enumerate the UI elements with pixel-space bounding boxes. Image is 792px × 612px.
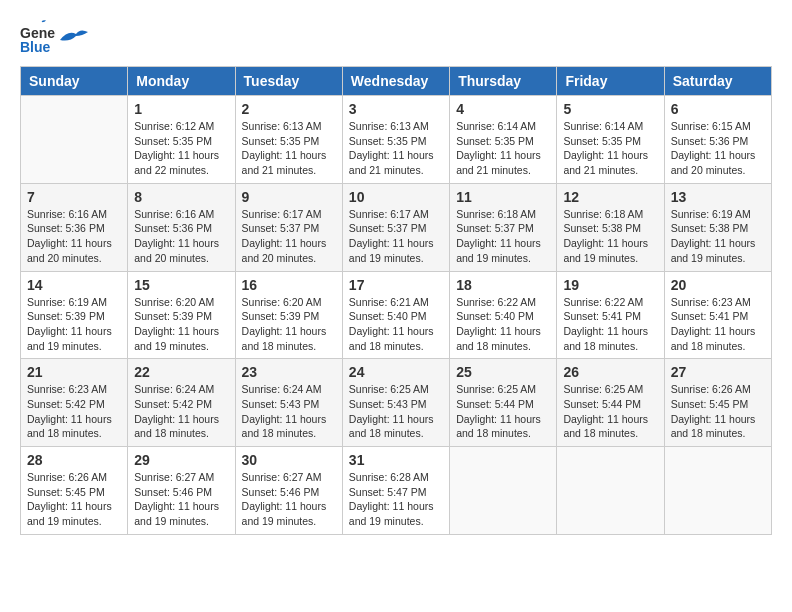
day-number: 8 bbox=[134, 189, 228, 205]
day-content: Sunrise: 6:17 AM Sunset: 5:37 PM Dayligh… bbox=[349, 207, 443, 266]
logo-bird-icon bbox=[60, 28, 88, 44]
day-number: 15 bbox=[134, 277, 228, 293]
calendar-week-row: 21Sunrise: 6:23 AM Sunset: 5:42 PM Dayli… bbox=[21, 359, 772, 447]
day-number: 28 bbox=[27, 452, 121, 468]
day-number: 13 bbox=[671, 189, 765, 205]
calendar-cell: 25Sunrise: 6:25 AM Sunset: 5:44 PM Dayli… bbox=[450, 359, 557, 447]
calendar-cell: 12Sunrise: 6:18 AM Sunset: 5:38 PM Dayli… bbox=[557, 183, 664, 271]
calendar-cell: 6Sunrise: 6:15 AM Sunset: 5:36 PM Daylig… bbox=[664, 96, 771, 184]
day-content: Sunrise: 6:25 AM Sunset: 5:44 PM Dayligh… bbox=[563, 382, 657, 441]
day-number: 19 bbox=[563, 277, 657, 293]
logo-icon: General Blue bbox=[20, 20, 56, 56]
calendar-cell: 17Sunrise: 6:21 AM Sunset: 5:40 PM Dayli… bbox=[342, 271, 449, 359]
day-number: 14 bbox=[27, 277, 121, 293]
calendar-cell: 8Sunrise: 6:16 AM Sunset: 5:36 PM Daylig… bbox=[128, 183, 235, 271]
day-content: Sunrise: 6:18 AM Sunset: 5:38 PM Dayligh… bbox=[563, 207, 657, 266]
calendar-table: SundayMondayTuesdayWednesdayThursdayFrid… bbox=[20, 66, 772, 535]
calendar-cell: 7Sunrise: 6:16 AM Sunset: 5:36 PM Daylig… bbox=[21, 183, 128, 271]
calendar-cell: 14Sunrise: 6:19 AM Sunset: 5:39 PM Dayli… bbox=[21, 271, 128, 359]
day-content: Sunrise: 6:14 AM Sunset: 5:35 PM Dayligh… bbox=[563, 119, 657, 178]
day-number: 3 bbox=[349, 101, 443, 117]
calendar-cell: 5Sunrise: 6:14 AM Sunset: 5:35 PM Daylig… bbox=[557, 96, 664, 184]
day-number: 12 bbox=[563, 189, 657, 205]
svg-text:Blue: Blue bbox=[20, 39, 51, 55]
day-content: Sunrise: 6:23 AM Sunset: 5:41 PM Dayligh… bbox=[671, 295, 765, 354]
weekday-header-tuesday: Tuesday bbox=[235, 67, 342, 96]
day-content: Sunrise: 6:23 AM Sunset: 5:42 PM Dayligh… bbox=[27, 382, 121, 441]
day-content: Sunrise: 6:19 AM Sunset: 5:39 PM Dayligh… bbox=[27, 295, 121, 354]
day-content: Sunrise: 6:27 AM Sunset: 5:46 PM Dayligh… bbox=[242, 470, 336, 529]
calendar-week-row: 28Sunrise: 6:26 AM Sunset: 5:45 PM Dayli… bbox=[21, 447, 772, 535]
day-number: 30 bbox=[242, 452, 336, 468]
day-number: 5 bbox=[563, 101, 657, 117]
day-content: Sunrise: 6:20 AM Sunset: 5:39 PM Dayligh… bbox=[134, 295, 228, 354]
weekday-header-saturday: Saturday bbox=[664, 67, 771, 96]
day-content: Sunrise: 6:24 AM Sunset: 5:43 PM Dayligh… bbox=[242, 382, 336, 441]
day-number: 21 bbox=[27, 364, 121, 380]
calendar-cell: 15Sunrise: 6:20 AM Sunset: 5:39 PM Dayli… bbox=[128, 271, 235, 359]
day-content: Sunrise: 6:15 AM Sunset: 5:36 PM Dayligh… bbox=[671, 119, 765, 178]
day-number: 10 bbox=[349, 189, 443, 205]
calendar-cell: 27Sunrise: 6:26 AM Sunset: 5:45 PM Dayli… bbox=[664, 359, 771, 447]
day-number: 17 bbox=[349, 277, 443, 293]
day-content: Sunrise: 6:12 AM Sunset: 5:35 PM Dayligh… bbox=[134, 119, 228, 178]
calendar-cell: 16Sunrise: 6:20 AM Sunset: 5:39 PM Dayli… bbox=[235, 271, 342, 359]
day-content: Sunrise: 6:13 AM Sunset: 5:35 PM Dayligh… bbox=[349, 119, 443, 178]
day-content: Sunrise: 6:25 AM Sunset: 5:43 PM Dayligh… bbox=[349, 382, 443, 441]
day-number: 26 bbox=[563, 364, 657, 380]
calendar-cell: 18Sunrise: 6:22 AM Sunset: 5:40 PM Dayli… bbox=[450, 271, 557, 359]
calendar-week-row: 14Sunrise: 6:19 AM Sunset: 5:39 PM Dayli… bbox=[21, 271, 772, 359]
day-content: Sunrise: 6:13 AM Sunset: 5:35 PM Dayligh… bbox=[242, 119, 336, 178]
weekday-header-sunday: Sunday bbox=[21, 67, 128, 96]
calendar-cell: 20Sunrise: 6:23 AM Sunset: 5:41 PM Dayli… bbox=[664, 271, 771, 359]
calendar-cell bbox=[450, 447, 557, 535]
calendar-cell: 30Sunrise: 6:27 AM Sunset: 5:46 PM Dayli… bbox=[235, 447, 342, 535]
weekday-header-row: SundayMondayTuesdayWednesdayThursdayFrid… bbox=[21, 67, 772, 96]
day-content: Sunrise: 6:22 AM Sunset: 5:40 PM Dayligh… bbox=[456, 295, 550, 354]
day-number: 2 bbox=[242, 101, 336, 117]
day-number: 4 bbox=[456, 101, 550, 117]
day-number: 24 bbox=[349, 364, 443, 380]
logo: General Blue bbox=[20, 20, 88, 56]
day-number: 31 bbox=[349, 452, 443, 468]
day-content: Sunrise: 6:27 AM Sunset: 5:46 PM Dayligh… bbox=[134, 470, 228, 529]
day-number: 11 bbox=[456, 189, 550, 205]
calendar-cell bbox=[21, 96, 128, 184]
weekday-header-thursday: Thursday bbox=[450, 67, 557, 96]
calendar-cell: 3Sunrise: 6:13 AM Sunset: 5:35 PM Daylig… bbox=[342, 96, 449, 184]
calendar-cell: 11Sunrise: 6:18 AM Sunset: 5:37 PM Dayli… bbox=[450, 183, 557, 271]
calendar-cell: 22Sunrise: 6:24 AM Sunset: 5:42 PM Dayli… bbox=[128, 359, 235, 447]
weekday-header-monday: Monday bbox=[128, 67, 235, 96]
day-number: 7 bbox=[27, 189, 121, 205]
page-header: General Blue bbox=[20, 20, 772, 56]
day-number: 22 bbox=[134, 364, 228, 380]
calendar-cell: 19Sunrise: 6:22 AM Sunset: 5:41 PM Dayli… bbox=[557, 271, 664, 359]
day-number: 25 bbox=[456, 364, 550, 380]
calendar-cell bbox=[664, 447, 771, 535]
day-number: 6 bbox=[671, 101, 765, 117]
calendar-cell: 4Sunrise: 6:14 AM Sunset: 5:35 PM Daylig… bbox=[450, 96, 557, 184]
day-number: 18 bbox=[456, 277, 550, 293]
calendar-cell: 1Sunrise: 6:12 AM Sunset: 5:35 PM Daylig… bbox=[128, 96, 235, 184]
day-number: 20 bbox=[671, 277, 765, 293]
day-content: Sunrise: 6:25 AM Sunset: 5:44 PM Dayligh… bbox=[456, 382, 550, 441]
calendar-cell: 28Sunrise: 6:26 AM Sunset: 5:45 PM Dayli… bbox=[21, 447, 128, 535]
day-content: Sunrise: 6:24 AM Sunset: 5:42 PM Dayligh… bbox=[134, 382, 228, 441]
day-number: 9 bbox=[242, 189, 336, 205]
calendar-cell: 9Sunrise: 6:17 AM Sunset: 5:37 PM Daylig… bbox=[235, 183, 342, 271]
day-content: Sunrise: 6:18 AM Sunset: 5:37 PM Dayligh… bbox=[456, 207, 550, 266]
day-content: Sunrise: 6:21 AM Sunset: 5:40 PM Dayligh… bbox=[349, 295, 443, 354]
calendar-week-row: 1Sunrise: 6:12 AM Sunset: 5:35 PM Daylig… bbox=[21, 96, 772, 184]
day-content: Sunrise: 6:14 AM Sunset: 5:35 PM Dayligh… bbox=[456, 119, 550, 178]
day-content: Sunrise: 6:28 AM Sunset: 5:47 PM Dayligh… bbox=[349, 470, 443, 529]
calendar-cell: 13Sunrise: 6:19 AM Sunset: 5:38 PM Dayli… bbox=[664, 183, 771, 271]
day-content: Sunrise: 6:26 AM Sunset: 5:45 PM Dayligh… bbox=[27, 470, 121, 529]
calendar-cell: 10Sunrise: 6:17 AM Sunset: 5:37 PM Dayli… bbox=[342, 183, 449, 271]
calendar-cell: 31Sunrise: 6:28 AM Sunset: 5:47 PM Dayli… bbox=[342, 447, 449, 535]
day-content: Sunrise: 6:16 AM Sunset: 5:36 PM Dayligh… bbox=[134, 207, 228, 266]
day-content: Sunrise: 6:17 AM Sunset: 5:37 PM Dayligh… bbox=[242, 207, 336, 266]
day-number: 29 bbox=[134, 452, 228, 468]
calendar-cell bbox=[557, 447, 664, 535]
day-content: Sunrise: 6:19 AM Sunset: 5:38 PM Dayligh… bbox=[671, 207, 765, 266]
calendar-cell: 21Sunrise: 6:23 AM Sunset: 5:42 PM Dayli… bbox=[21, 359, 128, 447]
